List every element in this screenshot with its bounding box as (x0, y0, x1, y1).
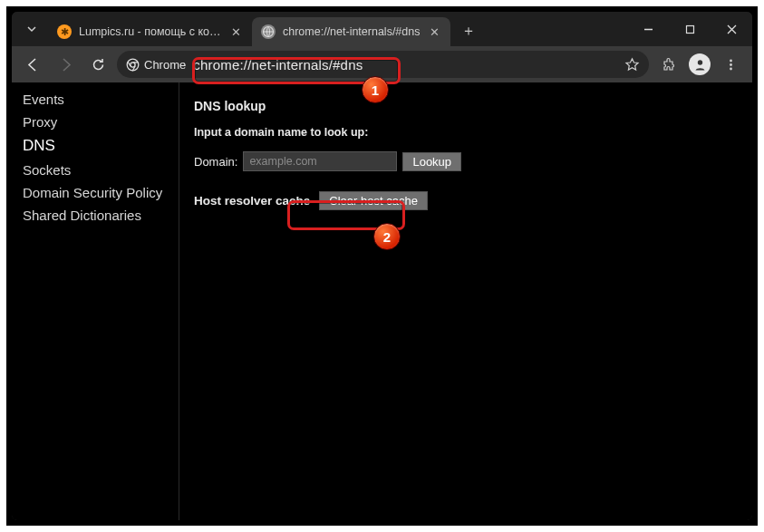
profile-button[interactable] (685, 50, 714, 79)
new-tab-button[interactable]: ＋ (456, 18, 481, 44)
lumpics-favicon-icon: ✱ (57, 24, 72, 39)
chrome-logo-icon (126, 58, 140, 72)
close-icon[interactable]: ✕ (228, 24, 243, 39)
close-icon[interactable]: ✕ (427, 24, 441, 39)
clear-host-cache-button[interactable]: Clear host cache (319, 191, 428, 210)
close-window-button[interactable] (711, 12, 752, 46)
address-bar[interactable]: Chrome chrome://net-internals/#dns (117, 51, 649, 78)
tab-lumpics[interactable]: ✱ Lumpics.ru - помощь с компью ✕ (48, 17, 252, 46)
sidebar-item-proxy[interactable]: Proxy (12, 111, 179, 133)
menu-button[interactable] (716, 50, 745, 79)
main-panel: DNS lookup Input a domain name to look u… (179, 82, 752, 520)
back-button[interactable] (19, 51, 46, 78)
domain-label: Domain: (194, 155, 237, 169)
url-text: chrome://net-internals/#dns (193, 57, 617, 73)
svg-rect-2 (686, 25, 693, 33)
sidebar-item-dns[interactable]: DNS (12, 133, 179, 159)
tab-search-button[interactable] (19, 16, 44, 42)
svg-point-3 (127, 59, 139, 71)
host-resolver-cache-label: Host resolver cache (194, 194, 310, 208)
avatar-icon (689, 53, 711, 75)
chrome-chip: Chrome (126, 58, 186, 72)
page-content: Events Proxy DNS Sockets Domain Security… (12, 82, 752, 520)
tab-net-internals[interactable]: chrome://net-internals/#dns ✕ (252, 17, 450, 46)
sidebar-item-shared-dictionaries[interactable]: Shared Dictionaries (12, 204, 179, 227)
globe-icon (261, 24, 276, 39)
dns-lookup-hint: Input a domain name to look up: (194, 126, 738, 139)
svg-point-6 (730, 59, 732, 62)
maximize-button[interactable] (669, 12, 711, 46)
tab-title: chrome://net-internals/#dns (283, 25, 420, 38)
bookmark-star-icon[interactable] (624, 57, 640, 73)
domain-input[interactable] (243, 151, 397, 171)
sidebar-item-events[interactable]: Events (12, 88, 179, 111)
svg-point-8 (730, 67, 732, 70)
svg-point-5 (697, 60, 701, 64)
chrome-chip-label: Chrome (144, 58, 186, 72)
sidebar: Events Proxy DNS Sockets Domain Security… (12, 82, 179, 520)
tab-strip: ✱ Lumpics.ru - помощь с компью ✕ chrome:… (12, 12, 752, 46)
tab-title: Lumpics.ru - помощь с компью (79, 25, 221, 38)
reload-button[interactable] (84, 51, 111, 78)
extensions-button[interactable] (654, 50, 683, 79)
lookup-button[interactable]: Lookup (402, 152, 461, 171)
minimize-button[interactable] (627, 12, 669, 46)
forward-button[interactable] (52, 51, 79, 78)
sidebar-item-domain-security-policy[interactable]: Domain Security Policy (12, 181, 179, 204)
svg-point-7 (730, 63, 732, 66)
dns-lookup-heading: DNS lookup (194, 99, 738, 113)
sidebar-item-sockets[interactable]: Sockets (12, 159, 179, 181)
toolbar: Chrome chrome://net-internals/#dns (12, 46, 752, 82)
